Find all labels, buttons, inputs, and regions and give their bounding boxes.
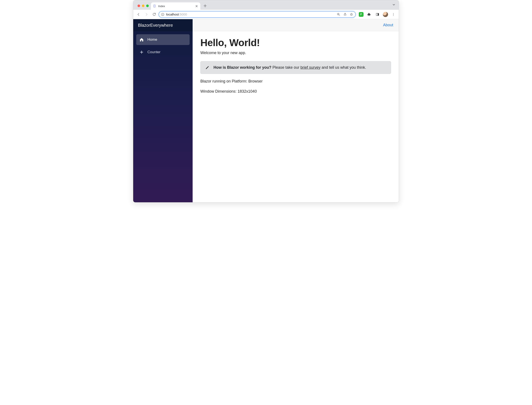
sidebar-item-counter[interactable]: Counter (136, 47, 190, 58)
svg-point-8 (393, 13, 394, 14)
app-sidebar: BlazorEverywhere Home Counter (133, 19, 193, 202)
svg-rect-7 (378, 13, 379, 15)
about-link[interactable]: About (383, 23, 393, 27)
maximize-window-button[interactable] (146, 5, 149, 7)
close-window-button[interactable] (138, 5, 140, 7)
url-text: localhost:5000 (166, 13, 187, 16)
survey-text: How is Blazor working for you? Please ta… (213, 65, 366, 70)
browser-tab[interactable]: Index (151, 2, 200, 10)
new-tab-button[interactable] (202, 3, 208, 9)
minimize-window-button[interactable] (142, 5, 144, 7)
profile-avatar[interactable] (383, 12, 388, 17)
tab-strip: Index (133, 0, 399, 10)
welcome-text: Welcome to your new app. (200, 51, 391, 55)
svg-point-9 (393, 14, 394, 14)
site-info-icon[interactable] (161, 13, 164, 16)
sidebar-item-home[interactable]: Home (136, 34, 190, 45)
toolbar-extensions: F (359, 11, 397, 18)
nav-menu: Home Counter (133, 31, 193, 61)
svg-rect-3 (163, 14, 163, 14)
plus-icon (139, 50, 144, 54)
svg-point-10 (393, 15, 394, 15)
browser-window: Index localhost:5000 (133, 0, 399, 202)
browser-menu-button[interactable] (390, 11, 397, 18)
survey-link[interactable]: brief survey (300, 65, 321, 70)
app-main: About Hello, World! Welcome to your new … (193, 19, 399, 202)
address-bar[interactable]: localhost:5000 (159, 11, 356, 18)
home-icon (139, 37, 144, 42)
page-content: Hello, World! Welcome to your new app. H… (193, 31, 399, 105)
sidebar-item-label: Counter (147, 50, 160, 54)
tab-title: Index (158, 5, 193, 8)
svg-rect-0 (154, 5, 155, 7)
page-title: Hello, World! (200, 37, 391, 48)
platform-line: Blazor running on Platform: Browser (200, 79, 391, 84)
survey-alert: How is Blazor working for you? Please ta… (200, 61, 391, 74)
back-button[interactable] (135, 11, 142, 18)
tabs-overflow-button[interactable] (392, 3, 395, 6)
bookmark-icon[interactable] (349, 12, 354, 17)
svg-rect-2 (163, 14, 163, 15)
tab-close-button[interactable] (195, 4, 198, 8)
app-topbar: About (193, 19, 399, 31)
forward-button[interactable] (143, 11, 150, 18)
pencil-icon (205, 66, 209, 70)
browser-toolbar: localhost:5000 F (133, 10, 399, 19)
reload-button[interactable] (151, 11, 157, 18)
panel-icon[interactable] (374, 11, 381, 18)
dimensions-line: Window Dimensions: 1832x1040 (200, 89, 391, 94)
window-controls (136, 5, 151, 10)
share-icon[interactable] (343, 12, 347, 17)
app-brand[interactable]: BlazorEverywhere (133, 19, 193, 31)
extensions-icon[interactable] (366, 11, 372, 18)
sidebar-item-label: Home (147, 37, 157, 42)
page-favicon-icon (153, 4, 157, 8)
page-viewport: BlazorEverywhere Home Counter (133, 19, 399, 202)
extension-badge[interactable]: F (359, 12, 363, 17)
zoom-icon[interactable] (336, 12, 341, 17)
